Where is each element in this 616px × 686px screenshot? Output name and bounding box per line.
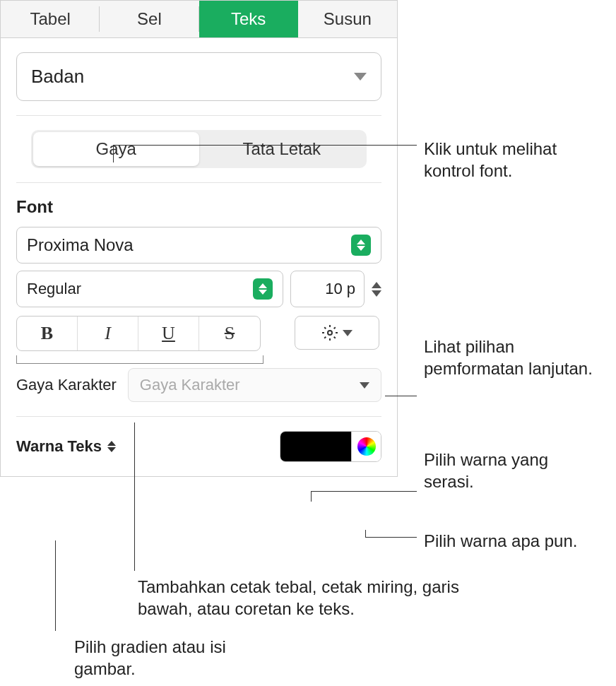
advanced-options-button[interactable]: [295, 316, 379, 350]
select-arrows-icon: [351, 235, 371, 256]
color-wheel-icon: [357, 437, 376, 456]
stepper-down-icon[interactable]: [372, 290, 381, 297]
color-picker-button[interactable]: [351, 432, 381, 461]
tab-teks[interactable]: Teks: [199, 1, 298, 37]
font-family-value: Proxima Nova: [27, 235, 134, 255]
character-style-label: Gaya Karakter: [16, 376, 117, 394]
callout-any-color: Pilih warna apa pun.: [424, 530, 615, 552]
callout-line: [365, 530, 366, 537]
tab-susun[interactable]: Susun: [298, 1, 397, 37]
callout-matching-color: Pilih warna yang serasi.: [424, 449, 600, 492]
color-wells: [280, 431, 381, 462]
tab-sel[interactable]: Sel: [100, 1, 199, 37]
inspector-content: Badan Gaya Tata Letak Font Proxima Nova …: [1, 38, 397, 476]
text-style-group: B I U S: [16, 316, 261, 351]
gear-icon: [321, 324, 338, 341]
text-color-label-button[interactable]: Warna Teks: [16, 437, 116, 456]
divider: [16, 115, 381, 116]
segment-gaya[interactable]: Gaya: [33, 132, 199, 166]
color-well-button[interactable]: [280, 432, 351, 461]
bracket-indicator: [16, 355, 263, 364]
callout-advanced: Lihat pilihan pemformatan lanjutan.: [424, 336, 600, 379]
font-weight-select[interactable]: Regular: [16, 271, 283, 307]
inspector-tabs: Tabel Sel Teks Susun: [1, 1, 397, 38]
font-weight-value: Regular: [27, 280, 81, 298]
format-inspector-panel: Tabel Sel Teks Susun Badan Gaya Tata Let…: [0, 0, 398, 477]
divider: [16, 416, 381, 417]
callout-line: [311, 491, 417, 492]
paragraph-style-value: Badan: [31, 66, 84, 88]
svg-point-0: [328, 331, 332, 335]
font-size-stepper[interactable]: [372, 271, 381, 307]
paragraph-style-select[interactable]: Badan: [16, 52, 381, 101]
italic-button[interactable]: I: [78, 317, 138, 350]
callout-font-controls: Klik untuk melihat kontrol font.: [424, 138, 600, 182]
character-style-select[interactable]: Gaya Karakter: [128, 368, 381, 402]
chevron-down-icon: [360, 382, 369, 389]
font-size-value: 10 p: [325, 280, 355, 298]
text-color-label: Warna Teks: [16, 437, 102, 456]
callout-line: [113, 145, 114, 162]
updown-arrows-icon: [107, 441, 116, 452]
font-family-select[interactable]: Proxima Nova: [16, 227, 381, 264]
font-section-label: Font: [16, 197, 381, 217]
callout-line: [365, 537, 417, 538]
underline-button[interactable]: U: [138, 317, 199, 350]
tab-tabel[interactable]: Tabel: [1, 1, 100, 37]
divider: [16, 182, 381, 183]
character-style-row: Gaya Karakter Gaya Karakter: [16, 368, 381, 402]
callout-line: [311, 491, 312, 502]
character-style-placeholder: Gaya Karakter: [140, 376, 240, 394]
callout-line: [134, 422, 135, 571]
font-size-field[interactable]: 10 p: [290, 271, 365, 307]
callout-line: [113, 145, 417, 146]
stepper-up-icon[interactable]: [372, 282, 381, 288]
chevron-down-icon: [343, 330, 353, 336]
segment-tata-letak[interactable]: Tata Letak: [199, 132, 365, 166]
text-color-row: Warna Teks: [16, 431, 381, 462]
bold-button[interactable]: B: [17, 317, 78, 350]
font-weight-size-row: Regular 10 p: [16, 271, 381, 307]
format-buttons-row: B I U S: [16, 316, 381, 351]
chevron-down-icon: [354, 73, 367, 81]
style-layout-segmented: Gaya Tata Letak: [31, 130, 367, 168]
callout-line: [385, 396, 417, 396]
select-arrows-icon: [253, 278, 273, 300]
callout-line: [55, 540, 56, 631]
callout-bius: Tambahkan cetak tebal, cetak miring, gar…: [138, 576, 463, 620]
strikethrough-button[interactable]: S: [199, 317, 260, 350]
callout-gradient: Pilih gradien atau isi gambar.: [74, 636, 258, 680]
